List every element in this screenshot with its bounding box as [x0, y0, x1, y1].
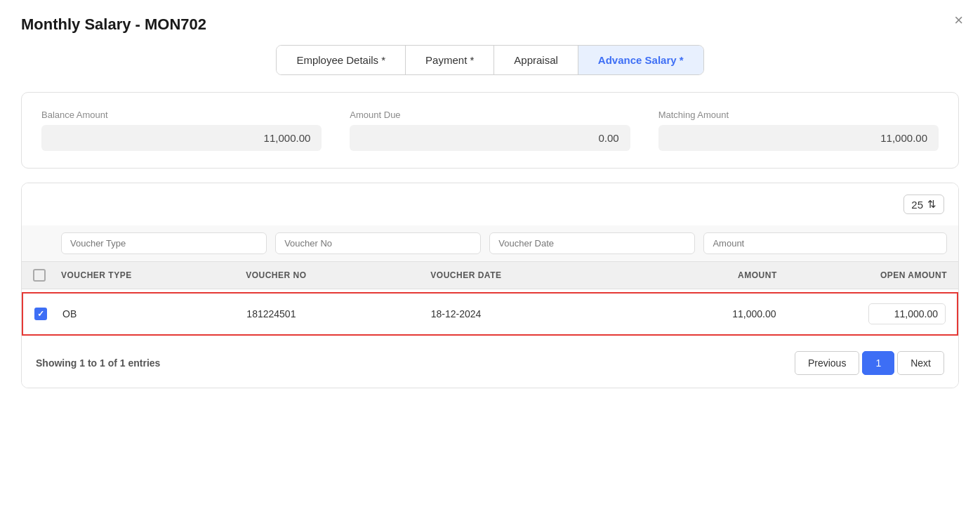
modal-title: Monthly Salary - MON702 — [0, 0, 980, 45]
pagination-controls: Previous 1 Next — [795, 351, 944, 375]
row-voucher-date: 18-12-2024 — [431, 308, 621, 319]
th-open-amount: OPEN AMOUNT — [786, 270, 947, 280]
tab-payment[interactable]: Payment * — [406, 46, 494, 74]
open-amount-input[interactable] — [868, 303, 946, 324]
balance-amount-value: 11,000.00 — [41, 125, 322, 151]
header-checkbox[interactable] — [33, 269, 46, 282]
current-page-button[interactable]: 1 — [862, 351, 894, 375]
amount-due-group: Amount Due 0.00 — [350, 110, 630, 151]
filter-voucher-no[interactable] — [275, 232, 481, 254]
matching-amount-label: Matching Amount — [658, 110, 939, 120]
filter-row — [22, 225, 958, 261]
filter-amount[interactable] — [703, 232, 947, 254]
per-page-arrow-icon: ⇅ — [927, 198, 936, 211]
previous-button[interactable]: Previous — [795, 351, 859, 375]
tab-appraisal[interactable]: Appraisal — [494, 46, 578, 74]
th-checkbox — [33, 269, 53, 282]
table-header-row: VOUCHER TYPE VOUCHER NO VOUCHER DATE AMO… — [22, 261, 958, 289]
filter-voucher-date[interactable] — [489, 232, 695, 254]
summary-fields-row: Balance Amount 11,000.00 Amount Due 0.00… — [41, 110, 939, 151]
summary-card: Balance Amount 11,000.00 Amount Due 0.00… — [21, 92, 959, 169]
checked-checkbox-icon[interactable] — [34, 308, 47, 320]
per-page-select[interactable]: 25 ⇅ — [903, 195, 944, 214]
row-voucher-no: 181224501 — [246, 308, 422, 319]
row-amount: 11,000.00 — [630, 308, 776, 319]
entries-text: Showing 1 to 1 of 1 entries — [36, 357, 160, 369]
row-voucher-type: OB — [62, 308, 238, 319]
table-top-bar: 25 ⇅ — [22, 183, 958, 225]
th-amount: AMOUNT — [630, 270, 776, 280]
matching-amount-group: Matching Amount 11,000.00 — [658, 110, 939, 151]
tab-bar: Employee Details * Payment * Appraisal A… — [276, 45, 703, 75]
table-row: OB 181224501 18-12-2024 11,000.00 — [22, 292, 958, 336]
th-voucher-no: VOUCHER NO — [246, 270, 422, 280]
balance-amount-group: Balance Amount 11,000.00 — [41, 110, 322, 151]
filter-voucher-type[interactable] — [61, 232, 267, 254]
table-card: 25 ⇅ VOUCHER TYPE VOUCHER NO VOUCHER DAT… — [21, 183, 959, 388]
row-checkbox[interactable] — [34, 308, 54, 320]
tab-advance-salary[interactable]: Advance Salary * — [578, 46, 703, 74]
per-page-value: 25 — [911, 199, 923, 211]
tab-employee-details[interactable]: Employee Details * — [277, 46, 406, 74]
amount-due-value: 0.00 — [350, 125, 630, 151]
th-voucher-date: VOUCHER DATE — [430, 270, 621, 280]
pagination-bar: Showing 1 to 1 of 1 entries Previous 1 N… — [22, 338, 958, 388]
row-open-amount — [785, 303, 946, 324]
balance-amount-label: Balance Amount — [41, 110, 322, 120]
next-button[interactable]: Next — [897, 351, 944, 375]
amount-due-label: Amount Due — [350, 110, 630, 120]
close-button[interactable]: × — [954, 13, 963, 28]
matching-amount-value: 11,000.00 — [658, 125, 939, 151]
th-voucher-type: VOUCHER TYPE — [61, 270, 237, 280]
